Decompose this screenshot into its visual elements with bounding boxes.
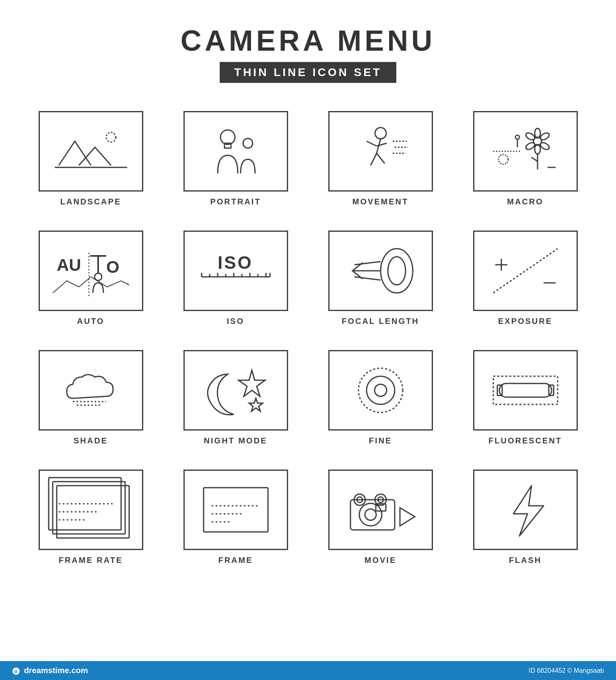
svg-point-5 (375, 128, 386, 139)
iso-label: ISO (227, 317, 244, 326)
macro-icon-frame (473, 111, 578, 192)
svg-rect-62 (493, 376, 558, 404)
exposure-label: EXPOSURE (498, 317, 552, 326)
icon-cell-focal-length: FOCAL LENGTH (324, 231, 437, 326)
auto-icon-frame: AU O (39, 231, 143, 311)
footer-id: ID 68204452 © Mangsaab (529, 667, 604, 674)
icon-cell-auto: AU O AUTO (35, 231, 147, 326)
svg-marker-58 (249, 398, 263, 411)
icon-cell-exposure: EXPOSURE (469, 231, 582, 326)
landscape-label: LANDSCAPE (60, 197, 121, 206)
svg-point-24 (499, 155, 508, 164)
svg-rect-63 (499, 383, 552, 397)
svg-rect-72 (204, 488, 268, 532)
focal-length-label: FOCAL LENGTH (342, 317, 419, 326)
icon-grid: LANDSCAPE PORTRAIT (35, 111, 582, 565)
movie-icon-frame (328, 470, 433, 550)
icon-cell-flash: FLASH (469, 470, 582, 565)
svg-text:ISO: ISO (218, 253, 253, 272)
shade-label: SHADE (74, 436, 108, 445)
svg-marker-57 (239, 370, 265, 396)
svg-line-49 (354, 262, 381, 265)
night-mode-icon-frame (183, 350, 288, 431)
svg-point-60 (367, 376, 395, 404)
icon-cell-landscape: LANDSCAPE (35, 111, 147, 206)
icon-cell-night-mode: NIGHT MODE (179, 350, 292, 445)
exposure-icon-frame (473, 231, 578, 311)
svg-point-2 (220, 130, 235, 144)
svg-line-51 (493, 249, 558, 293)
svg-point-0 (106, 132, 116, 142)
icon-cell-movement: MOVEMENT (324, 111, 437, 206)
svg-line-22 (532, 157, 538, 161)
icon-cell-frame-rate: FRAME RATE (35, 470, 147, 565)
svg-line-10 (377, 153, 385, 163)
svg-marker-85 (513, 486, 544, 536)
macro-label: MACRO (507, 197, 544, 206)
icon-cell-iso: ISO ISO (179, 231, 292, 326)
icon-cell-portrait: PORTRAIT (179, 111, 292, 206)
frame-rate-icon-frame (39, 470, 143, 550)
portrait-label: PORTRAIT (210, 197, 261, 206)
portrait-icon-frame (183, 111, 288, 192)
focal-length-icon-frame (328, 231, 433, 311)
frame-label: FRAME (218, 556, 253, 565)
svg-point-47 (388, 257, 406, 285)
icon-cell-macro: MACRO (469, 111, 582, 206)
movie-label: MOVIE (365, 556, 396, 565)
svg-point-18 (535, 144, 540, 154)
dreamstime-logo: d dreamstime.com (12, 666, 88, 675)
svg-point-77 (359, 503, 382, 526)
svg-line-7 (367, 141, 377, 146)
fine-icon-frame (328, 350, 433, 431)
svg-point-3 (243, 138, 253, 148)
svg-marker-84 (400, 508, 415, 526)
movement-label: MOVEMENT (352, 197, 409, 206)
page-header: CAMERA MENU THIN LINE ICON SET (181, 24, 435, 83)
fluorescent-label: FLUORESCENT (488, 436, 562, 445)
svg-point-25 (515, 135, 519, 139)
flash-icon-frame (473, 470, 578, 550)
auto-label: AUTO (77, 317, 104, 326)
footer-bar: d dreamstime.com ID 68204452 © Mangsaab (0, 661, 616, 680)
fine-label: FINE (369, 436, 392, 445)
icon-cell-shade: SHADE (35, 350, 147, 445)
svg-point-59 (358, 368, 403, 412)
shade-icon-frame (39, 350, 143, 431)
iso-icon-frame: ISO (183, 231, 288, 311)
svg-line-9 (371, 153, 377, 165)
svg-text:d: d (14, 669, 17, 674)
svg-line-50 (354, 277, 381, 280)
svg-text:O: O (106, 258, 119, 276)
svg-point-78 (365, 509, 376, 520)
fluorescent-icon-frame (473, 350, 578, 431)
night-mode-label: NIGHT MODE (204, 436, 268, 445)
svg-rect-67 (53, 482, 125, 534)
icon-cell-frame: FRAME (179, 470, 292, 565)
svg-point-61 (375, 384, 387, 396)
svg-point-15 (535, 128, 540, 138)
frame-rate-label: FRAME RATE (59, 556, 123, 565)
icon-cell-fluorescent: FLUORESCENT (469, 350, 582, 445)
icon-cell-movie: MOVIE (324, 470, 437, 565)
svg-line-8 (377, 143, 387, 146)
svg-text:AU: AU (57, 256, 81, 274)
page-subtitle: THIN LINE ICON SET (220, 62, 396, 83)
landscape-icon-frame (39, 111, 143, 192)
icon-cell-fine: FINE (324, 350, 437, 445)
movement-icon-frame (328, 111, 433, 192)
page-title: CAMERA MENU (181, 24, 435, 57)
flash-label: FLASH (509, 556, 542, 565)
frame-icon-frame (183, 470, 288, 550)
svg-point-46 (381, 249, 413, 293)
